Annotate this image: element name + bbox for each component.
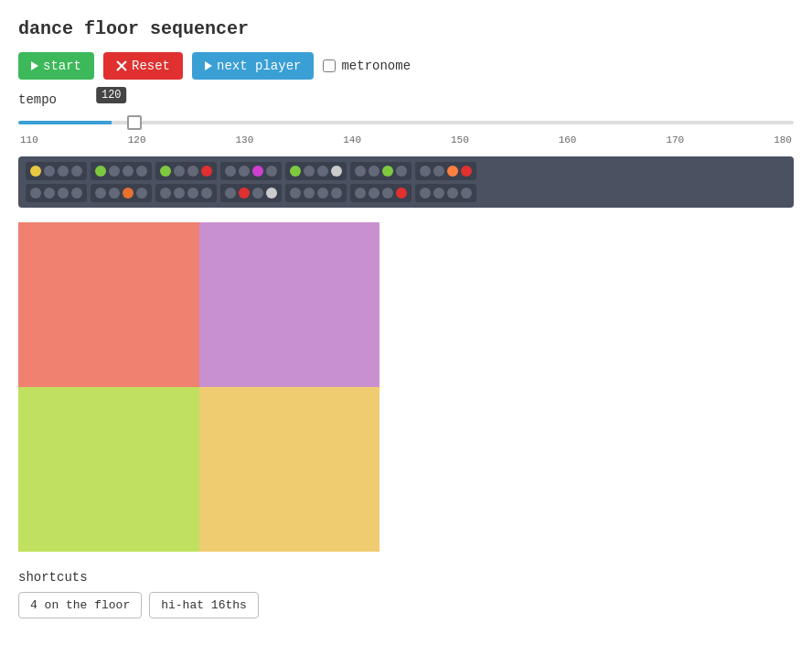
seq-dot[interactable] bbox=[252, 188, 263, 199]
seq-dot[interactable] bbox=[95, 166, 106, 177]
dance-tile-top-right[interactable] bbox=[199, 222, 380, 387]
seq-group-1-3 bbox=[220, 184, 282, 202]
seq-dot[interactable] bbox=[396, 188, 407, 199]
seq-dot[interactable] bbox=[136, 188, 147, 199]
shortcuts-section: shortcuts 4 on the floorhi-hat 16ths bbox=[18, 570, 794, 618]
dance-tile-top-left[interactable] bbox=[18, 222, 199, 387]
seq-dot[interactable] bbox=[201, 166, 212, 177]
seq-dot[interactable] bbox=[174, 166, 185, 177]
dance-tile-bottom-right[interactable] bbox=[199, 387, 380, 552]
seq-group-0-0 bbox=[26, 162, 87, 180]
seq-group-0-3 bbox=[220, 162, 282, 180]
seq-dot[interactable] bbox=[58, 166, 69, 177]
seq-dot[interactable] bbox=[433, 188, 444, 199]
seq-dot[interactable] bbox=[447, 166, 458, 177]
seq-dot[interactable] bbox=[290, 166, 301, 177]
seq-dot[interactable] bbox=[174, 188, 185, 199]
tempo-value: 120 bbox=[96, 87, 127, 103]
seq-dot[interactable] bbox=[187, 166, 198, 177]
seq-dot[interactable] bbox=[266, 188, 277, 199]
seq-dot[interactable] bbox=[304, 166, 315, 177]
seq-group-0-4 bbox=[285, 162, 347, 180]
next-icon bbox=[205, 61, 212, 70]
slider-container: 120 bbox=[18, 113, 794, 129]
seq-dot[interactable] bbox=[461, 166, 472, 177]
seq-dot[interactable] bbox=[266, 166, 277, 177]
seq-group-0-1 bbox=[91, 162, 152, 180]
seq-dot[interactable] bbox=[30, 188, 41, 199]
seq-dot[interactable] bbox=[109, 188, 120, 199]
seq-dot[interactable] bbox=[420, 166, 431, 177]
seq-group-0-6 bbox=[415, 162, 476, 180]
seq-dot[interactable] bbox=[420, 188, 431, 199]
seq-dot[interactable] bbox=[369, 188, 379, 199]
seq-dot[interactable] bbox=[136, 166, 147, 177]
dance-tile-bottom-left[interactable] bbox=[18, 387, 199, 552]
next-player-button[interactable]: next player bbox=[192, 52, 314, 80]
seq-dot[interactable] bbox=[58, 188, 69, 199]
seq-group-0-2 bbox=[155, 162, 217, 180]
seq-row-1 bbox=[26, 184, 786, 202]
seq-dot[interactable] bbox=[355, 188, 366, 199]
app-title: dance floor sequencer bbox=[18, 18, 794, 39]
seq-dot[interactable] bbox=[30, 166, 41, 177]
seq-dot[interactable] bbox=[225, 188, 236, 199]
seq-dot[interactable] bbox=[396, 166, 407, 177]
seq-dot[interactable] bbox=[382, 166, 393, 177]
reset-icon bbox=[116, 60, 127, 71]
dance-floor bbox=[18, 222, 379, 552]
metronome-toggle[interactable]: metronome bbox=[323, 59, 411, 73]
seq-dot[interactable] bbox=[290, 188, 301, 199]
sequencer bbox=[18, 156, 794, 208]
seq-dot[interactable] bbox=[44, 188, 55, 199]
seq-dot[interactable] bbox=[160, 166, 171, 177]
reset-label: Reset bbox=[132, 59, 170, 73]
tempo-slider[interactable] bbox=[18, 121, 794, 124]
seq-dot[interactable] bbox=[239, 166, 250, 177]
shortcut-buttons: 4 on the floorhi-hat 16ths bbox=[18, 592, 794, 618]
start-label: start bbox=[43, 59, 81, 73]
seq-group-1-4 bbox=[285, 184, 347, 202]
seq-dot[interactable] bbox=[369, 166, 379, 177]
seq-dot[interactable] bbox=[187, 188, 198, 199]
seq-group-0-5 bbox=[350, 162, 411, 180]
tempo-ticks: 110 120 130 140 150 160 170 180 bbox=[18, 134, 794, 145]
seq-dot[interactable] bbox=[317, 166, 328, 177]
next-player-label: next player bbox=[217, 59, 301, 73]
seq-group-1-6 bbox=[415, 184, 476, 202]
seq-dot[interactable] bbox=[433, 166, 444, 177]
seq-dot[interactable] bbox=[201, 188, 212, 199]
seq-dot[interactable] bbox=[160, 188, 171, 199]
toolbar: start Reset next player metronome bbox=[18, 52, 794, 80]
seq-dot[interactable] bbox=[355, 166, 366, 177]
seq-dot[interactable] bbox=[123, 188, 134, 199]
seq-dot[interactable] bbox=[71, 166, 82, 177]
metronome-label: metronome bbox=[341, 59, 411, 73]
seq-dot[interactable] bbox=[123, 166, 134, 177]
seq-dot[interactable] bbox=[225, 166, 236, 177]
seq-dot[interactable] bbox=[71, 188, 82, 199]
play-icon bbox=[31, 61, 38, 70]
seq-dot[interactable] bbox=[95, 188, 106, 199]
seq-group-1-2 bbox=[155, 184, 217, 202]
seq-dot[interactable] bbox=[109, 166, 120, 177]
seq-dot[interactable] bbox=[317, 188, 328, 199]
seq-dot[interactable] bbox=[304, 188, 315, 199]
metronome-checkbox[interactable] bbox=[323, 59, 336, 72]
shortcut-btn-0[interactable]: 4 on the floor bbox=[18, 592, 142, 618]
seq-group-1-0 bbox=[26, 184, 87, 202]
tempo-section: tempo 120 110 120 130 140 150 160 170 18… bbox=[18, 92, 794, 145]
seq-dot[interactable] bbox=[331, 188, 342, 199]
seq-group-1-5 bbox=[350, 184, 411, 202]
shortcut-btn-1[interactable]: hi-hat 16ths bbox=[149, 592, 259, 618]
seq-dot[interactable] bbox=[447, 188, 458, 199]
start-button[interactable]: start bbox=[18, 52, 94, 80]
seq-dot[interactable] bbox=[382, 188, 393, 199]
reset-button[interactable]: Reset bbox=[103, 52, 183, 80]
seq-dot[interactable] bbox=[252, 166, 263, 177]
seq-dot[interactable] bbox=[44, 166, 55, 177]
seq-dot[interactable] bbox=[239, 188, 250, 199]
shortcuts-label: shortcuts bbox=[18, 570, 794, 585]
seq-dot[interactable] bbox=[331, 166, 342, 177]
seq-dot[interactable] bbox=[461, 188, 472, 199]
